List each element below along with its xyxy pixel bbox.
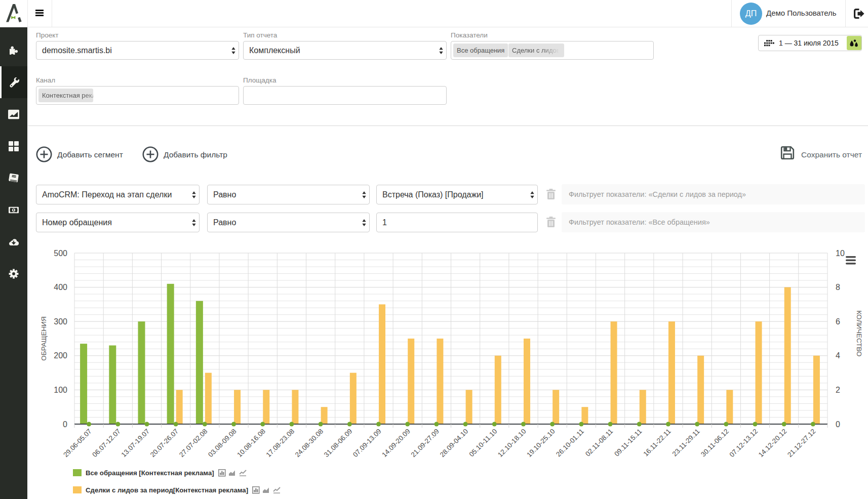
- svg-text:100: 100: [54, 386, 67, 394]
- svg-text:13.07-19.07: 13.07-19.07: [120, 428, 151, 459]
- svg-text:ОБРАЩЕНИЯ: ОБРАЩЕНИЯ: [40, 316, 48, 360]
- svg-text:19.10-25.10: 19.10-25.10: [525, 428, 557, 459]
- svg-text:2: 2: [836, 386, 840, 394]
- svg-text:23.11-29.11: 23.11-29.11: [671, 428, 701, 458]
- svg-text:21.12-27.12: 21.12-27.12: [786, 428, 817, 459]
- svg-text:14.12-20.12: 14.12-20.12: [757, 428, 788, 459]
- svg-text:400: 400: [54, 283, 67, 292]
- svg-text:16.11-22.11: 16.11-22.11: [642, 428, 672, 458]
- svg-text:500: 500: [54, 249, 67, 258]
- svg-text:07.12-13.12: 07.12-13.12: [728, 428, 760, 459]
- svg-text:КОЛИЧЕСТВО: КОЛИЧЕСТВО: [855, 310, 863, 356]
- svg-text:27.07-02.08: 27.07-02.08: [178, 428, 209, 459]
- svg-text:28.09-04.10: 28.09-04.10: [439, 428, 470, 459]
- svg-text:4: 4: [836, 351, 840, 360]
- svg-text:03.08-09.08: 03.08-09.08: [207, 428, 238, 459]
- svg-text:0: 0: [836, 420, 840, 429]
- svg-text:300: 300: [54, 317, 67, 326]
- svg-text:29.06-05.07: 29.06-05.07: [62, 428, 93, 459]
- svg-text:14.09-20.09: 14.09-20.09: [380, 428, 412, 459]
- svg-text:8: 8: [836, 283, 840, 292]
- svg-text:07.09-13.09: 07.09-13.09: [351, 428, 383, 459]
- svg-text:05.10-11.10: 05.10-11.10: [468, 428, 499, 459]
- svg-text:20.07-26.07: 20.07-26.07: [149, 428, 180, 459]
- svg-text:12.10-18.10: 12.10-18.10: [496, 428, 528, 459]
- svg-text:21.09-27.09: 21.09-27.09: [409, 428, 441, 459]
- svg-text:24.08-30.08: 24.08-30.08: [294, 428, 325, 459]
- svg-text:17.08-23.08: 17.08-23.08: [264, 428, 296, 459]
- svg-text:6: 6: [836, 317, 840, 326]
- svg-text:10: 10: [836, 249, 845, 258]
- svg-text:10.08-16.08: 10.08-16.08: [235, 428, 267, 459]
- svg-text:06.07-12.07: 06.07-12.07: [91, 428, 122, 459]
- svg-text:0: 0: [63, 420, 67, 429]
- svg-text:200: 200: [54, 351, 67, 360]
- svg-text:30.11-06.12: 30.11-06.12: [699, 428, 730, 459]
- svg-text:02.11-08.11: 02.11-08.11: [584, 428, 614, 458]
- svg-text:09.11-15.11: 09.11-15.11: [613, 428, 643, 458]
- svg-text:26.10-01.11: 26.10-01.11: [555, 428, 585, 459]
- svg-text:31.08-06.09: 31.08-06.09: [323, 428, 354, 459]
